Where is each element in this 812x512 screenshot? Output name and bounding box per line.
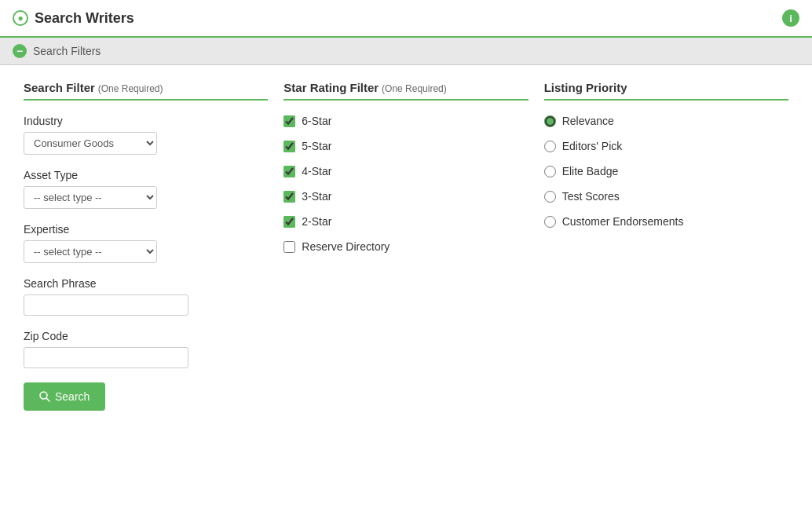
customer-endorsements-item: Customer Endorsements <box>544 215 788 228</box>
star-5-item: 5-Star <box>283 140 528 152</box>
filters-body: Search Filter (One Required) Industry Co… <box>0 65 812 434</box>
star-rating-subtitle: (One Required) <box>382 83 447 94</box>
star-rating-col-header: Star Rating Filter (One Required) <box>283 81 528 101</box>
industry-label: Industry <box>24 115 268 127</box>
star-5-label: 5-Star <box>302 140 331 152</box>
reserve-directory-item: Reserve Directory <box>283 240 528 253</box>
relevance-item: Relevance <box>544 115 788 127</box>
filters-header: − Search Filters <box>0 38 812 65</box>
relevance-radio[interactable] <box>544 115 556 127</box>
star-2-item: 2-Star <box>283 215 528 228</box>
test-scores-item: Test Scores <box>544 190 788 203</box>
asset-type-label: Asset Type <box>24 169 268 181</box>
search-phrase-label: Search Phrase <box>24 277 268 290</box>
svg-line-1 <box>46 398 49 401</box>
industry-group: Industry Consumer Goods Technology Healt… <box>24 115 268 155</box>
search-phrase-group: Search Phrase <box>24 277 268 316</box>
star-3-checkbox[interactable] <box>283 191 295 203</box>
star-3-item: 3-Star <box>283 190 528 203</box>
listing-priority-col-header: Listing Priority <box>544 81 788 101</box>
page-title: Search Writers <box>35 10 134 27</box>
zip-code-group: Zip Code <box>24 330 268 368</box>
star-4-item: 4-Star <box>283 165 528 177</box>
search-button-label: Search <box>55 390 90 403</box>
search-filter-col: Search Filter (One Required) Industry Co… <box>24 81 283 411</box>
star-5-checkbox[interactable] <box>283 141 295 152</box>
test-scores-radio[interactable] <box>544 191 556 203</box>
zip-code-input[interactable] <box>24 347 188 368</box>
editors-pick-item: Editors' Pick <box>544 140 788 152</box>
star-2-label: 2-Star <box>302 215 331 228</box>
search-button[interactable]: Search <box>24 382 105 411</box>
page-header: ● Search Writers i <box>0 0 812 38</box>
star-rating-title: Star Rating Filter <box>283 81 379 94</box>
star-4-label: 4-Star <box>302 165 331 177</box>
info-icon[interactable]: i <box>782 9 799 27</box>
expertise-select[interactable]: -- select type -- SEO Technical Creative… <box>24 240 157 263</box>
editors-pick-radio[interactable] <box>544 141 556 152</box>
elite-badge-item: Elite Badge <box>544 165 788 177</box>
star-4-checkbox[interactable] <box>283 166 295 177</box>
page-header-left: ● Search Writers <box>13 10 134 27</box>
elite-badge-label: Elite Badge <box>562 165 619 177</box>
star-6-checkbox[interactable] <box>283 115 295 127</box>
asset-type-select[interactable]: -- select type -- Blog Post Article Whit… <box>24 186 157 209</box>
zip-code-label: Zip Code <box>24 330 268 342</box>
elite-badge-radio[interactable] <box>544 166 556 177</box>
search-filter-title: Search Filter <box>24 81 95 94</box>
listing-priority-col: Listing Priority Relevance Editors' Pick… <box>544 81 788 411</box>
relevance-label: Relevance <box>562 115 614 127</box>
listing-priority-title: Listing Priority <box>544 81 627 94</box>
filters-header-label: Search Filters <box>33 45 101 57</box>
star-3-label: 3-Star <box>302 190 331 203</box>
star-2-checkbox[interactable] <box>283 216 295 228</box>
filters-columns: Search Filter (One Required) Industry Co… <box>24 81 788 411</box>
expertise-group: Expertise -- select type -- SEO Technica… <box>24 223 268 263</box>
test-scores-label: Test Scores <box>562 190 620 203</box>
reserve-directory-checkbox[interactable] <box>283 241 295 253</box>
asset-type-group: Asset Type -- select type -- Blog Post A… <box>24 169 268 209</box>
search-filter-subtitle: (One Required) <box>98 83 163 94</box>
header-circle-icon: ● <box>13 10 28 26</box>
search-button-icon <box>39 391 50 402</box>
filters-section: − Search Filters Search Filter (One Requ… <box>0 38 812 434</box>
star-6-label: 6-Star <box>302 115 331 127</box>
expertise-label: Expertise <box>24 223 268 236</box>
customer-endorsements-label: Customer Endorsements <box>562 215 684 228</box>
customer-endorsements-radio[interactable] <box>544 216 556 228</box>
search-filter-col-header: Search Filter (One Required) <box>24 81 268 101</box>
editors-pick-label: Editors' Pick <box>562 140 623 152</box>
star-6-item: 6-Star <box>283 115 528 127</box>
industry-select[interactable]: Consumer Goods Technology Healthcare Fin… <box>24 132 157 155</box>
search-phrase-input[interactable] <box>24 294 188 316</box>
reserve-directory-label: Reserve Directory <box>302 240 390 253</box>
collapse-icon[interactable]: − <box>13 44 27 58</box>
star-rating-col: Star Rating Filter (One Required) 6-Star… <box>283 81 543 411</box>
